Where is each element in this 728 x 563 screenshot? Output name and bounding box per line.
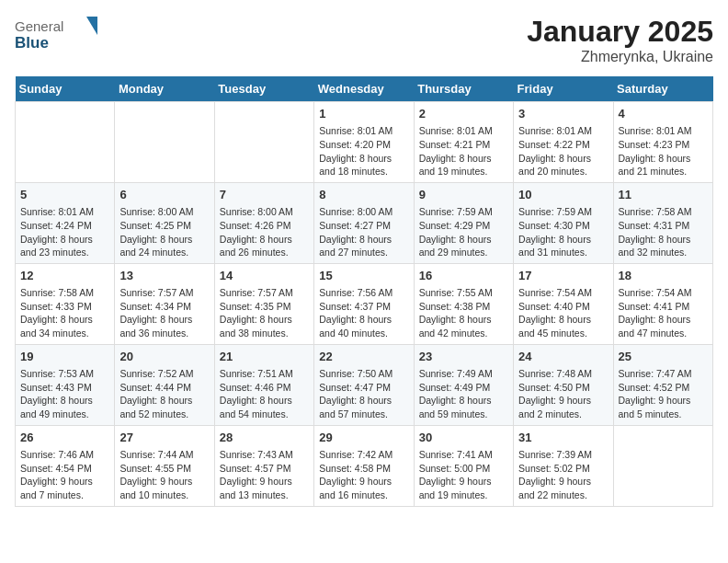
day-number: 10 — [518, 187, 608, 203]
day-number: 31 — [518, 430, 608, 446]
weekday-header-thursday: Thursday — [414, 76, 513, 102]
day-info: Sunrise: 7:50 AM Sunset: 4:47 PM Dayligh… — [319, 367, 408, 421]
day-number: 30 — [419, 430, 508, 446]
calendar-day-cell: 20Sunrise: 7:52 AM Sunset: 4:44 PM Dayli… — [115, 344, 214, 425]
day-number: 26 — [20, 430, 109, 446]
calendar-day-cell: 16Sunrise: 7:55 AM Sunset: 4:38 PM Dayli… — [414, 263, 513, 344]
day-info: Sunrise: 7:54 AM Sunset: 4:40 PM Dayligh… — [518, 286, 608, 340]
day-number: 21 — [220, 349, 309, 365]
day-number: 15 — [319, 268, 408, 284]
calendar-day-cell: 18Sunrise: 7:54 AM Sunset: 4:41 PM Dayli… — [613, 263, 712, 344]
calendar-day-cell: 27Sunrise: 7:44 AM Sunset: 4:55 PM Dayli… — [115, 425, 214, 506]
day-number: 28 — [220, 430, 309, 446]
day-number: 13 — [119, 268, 209, 284]
calendar-week-row: 12Sunrise: 7:58 AM Sunset: 4:33 PM Dayli… — [16, 263, 713, 344]
calendar-day-cell: 2Sunrise: 8:01 AM Sunset: 4:21 PM Daylig… — [414, 102, 513, 183]
day-number: 29 — [319, 430, 408, 446]
weekday-header-friday: Friday — [514, 76, 613, 102]
calendar-day-cell: 30Sunrise: 7:41 AM Sunset: 5:00 PM Dayli… — [414, 425, 513, 506]
weekday-header-tuesday: Tuesday — [214, 76, 313, 102]
calendar-day-cell: 4Sunrise: 8:01 AM Sunset: 4:23 PM Daylig… — [613, 102, 712, 183]
day-number: 6 — [119, 187, 209, 203]
page-header: General Blue January 2025 Zhmerynka, Ukr… — [15, 15, 713, 65]
title-block: January 2025 Zhmerynka, Ukraine — [527, 15, 713, 65]
day-number: 24 — [518, 349, 608, 365]
day-number: 25 — [619, 349, 708, 365]
calendar-empty-cell — [613, 425, 712, 506]
day-info: Sunrise: 7:58 AM Sunset: 4:31 PM Dayligh… — [619, 205, 708, 259]
calendar-day-cell: 31Sunrise: 7:39 AM Sunset: 5:02 PM Dayli… — [514, 425, 613, 506]
day-info: Sunrise: 7:46 AM Sunset: 4:54 PM Dayligh… — [20, 448, 109, 502]
logo: General Blue — [15, 15, 97, 53]
day-info: Sunrise: 7:47 AM Sunset: 4:52 PM Dayligh… — [619, 367, 708, 421]
page-subtitle: Zhmerynka, Ukraine — [527, 49, 713, 65]
weekday-header-saturday: Saturday — [613, 76, 712, 102]
day-number: 12 — [20, 268, 109, 284]
day-info: Sunrise: 7:42 AM Sunset: 4:58 PM Dayligh… — [319, 448, 408, 502]
calendar-day-cell: 26Sunrise: 7:46 AM Sunset: 4:54 PM Dayli… — [16, 425, 115, 506]
day-info: Sunrise: 7:57 AM Sunset: 4:35 PM Dayligh… — [220, 286, 309, 340]
day-info: Sunrise: 7:57 AM Sunset: 4:34 PM Dayligh… — [119, 286, 209, 340]
day-number: 9 — [419, 187, 508, 203]
day-info: Sunrise: 8:01 AM Sunset: 4:21 PM Dayligh… — [419, 124, 508, 178]
weekday-header-sunday: Sunday — [16, 76, 115, 102]
weekday-header-row: SundayMondayTuesdayWednesdayThursdayFrid… — [16, 76, 713, 102]
day-info: Sunrise: 8:01 AM Sunset: 4:22 PM Dayligh… — [518, 124, 608, 178]
svg-text:Blue: Blue — [15, 34, 49, 52]
calendar-day-cell: 12Sunrise: 7:58 AM Sunset: 4:33 PM Dayli… — [16, 263, 115, 344]
day-info: Sunrise: 7:49 AM Sunset: 4:49 PM Dayligh… — [419, 367, 508, 421]
day-info: Sunrise: 8:01 AM Sunset: 4:23 PM Dayligh… — [619, 124, 708, 178]
day-info: Sunrise: 8:00 AM Sunset: 4:25 PM Dayligh… — [119, 205, 209, 259]
calendar-empty-cell — [214, 102, 313, 183]
calendar-week-row: 5Sunrise: 8:01 AM Sunset: 4:24 PM Daylig… — [16, 182, 713, 263]
svg-marker-2 — [86, 17, 97, 35]
calendar-empty-cell — [16, 102, 115, 183]
day-number: 5 — [20, 187, 109, 203]
day-number: 17 — [518, 268, 608, 284]
day-number: 2 — [419, 106, 508, 122]
svg-text:General: General — [15, 18, 63, 34]
day-number: 14 — [220, 268, 309, 284]
calendar-day-cell: 21Sunrise: 7:51 AM Sunset: 4:46 PM Dayli… — [214, 344, 313, 425]
day-info: Sunrise: 7:53 AM Sunset: 4:43 PM Dayligh… — [20, 367, 109, 421]
calendar-day-cell: 15Sunrise: 7:56 AM Sunset: 4:37 PM Dayli… — [314, 263, 414, 344]
day-info: Sunrise: 7:59 AM Sunset: 4:30 PM Dayligh… — [518, 205, 608, 259]
calendar-day-cell: 9Sunrise: 7:59 AM Sunset: 4:29 PM Daylig… — [414, 182, 513, 263]
calendar-day-cell: 11Sunrise: 7:58 AM Sunset: 4:31 PM Dayli… — [613, 182, 712, 263]
day-info: Sunrise: 7:54 AM Sunset: 4:41 PM Dayligh… — [619, 286, 708, 340]
calendar-week-row: 26Sunrise: 7:46 AM Sunset: 4:54 PM Dayli… — [16, 425, 713, 506]
day-number: 22 — [319, 349, 408, 365]
calendar-day-cell: 25Sunrise: 7:47 AM Sunset: 4:52 PM Dayli… — [613, 344, 712, 425]
calendar-empty-cell — [115, 102, 214, 183]
calendar-day-cell: 17Sunrise: 7:54 AM Sunset: 4:40 PM Dayli… — [514, 263, 613, 344]
day-number: 8 — [319, 187, 408, 203]
calendar-week-row: 19Sunrise: 7:53 AM Sunset: 4:43 PM Dayli… — [16, 344, 713, 425]
calendar-day-cell: 24Sunrise: 7:48 AM Sunset: 4:50 PM Dayli… — [514, 344, 613, 425]
calendar-day-cell: 29Sunrise: 7:42 AM Sunset: 4:58 PM Dayli… — [314, 425, 414, 506]
day-number: 16 — [419, 268, 508, 284]
calendar-day-cell: 13Sunrise: 7:57 AM Sunset: 4:34 PM Dayli… — [115, 263, 214, 344]
calendar-day-cell: 19Sunrise: 7:53 AM Sunset: 4:43 PM Dayli… — [16, 344, 115, 425]
calendar-week-row: 1Sunrise: 8:01 AM Sunset: 4:20 PM Daylig… — [16, 102, 713, 183]
day-number: 1 — [319, 106, 408, 122]
day-number: 3 — [518, 106, 608, 122]
day-number: 4 — [619, 106, 708, 122]
day-info: Sunrise: 7:52 AM Sunset: 4:44 PM Dayligh… — [119, 367, 209, 421]
calendar-day-cell: 6Sunrise: 8:00 AM Sunset: 4:25 PM Daylig… — [115, 182, 214, 263]
day-info: Sunrise: 7:55 AM Sunset: 4:38 PM Dayligh… — [419, 286, 508, 340]
day-number: 7 — [220, 187, 309, 203]
day-number: 20 — [119, 349, 209, 365]
weekday-header-monday: Monday — [115, 76, 214, 102]
logo-svg: General Blue — [15, 15, 97, 53]
calendar-day-cell: 22Sunrise: 7:50 AM Sunset: 4:47 PM Dayli… — [314, 344, 414, 425]
day-info: Sunrise: 8:01 AM Sunset: 4:24 PM Dayligh… — [20, 205, 109, 259]
calendar-day-cell: 23Sunrise: 7:49 AM Sunset: 4:49 PM Dayli… — [414, 344, 513, 425]
day-info: Sunrise: 7:48 AM Sunset: 4:50 PM Dayligh… — [518, 367, 608, 421]
day-number: 27 — [119, 430, 209, 446]
calendar-day-cell: 28Sunrise: 7:43 AM Sunset: 4:57 PM Dayli… — [214, 425, 313, 506]
calendar-day-cell: 14Sunrise: 7:57 AM Sunset: 4:35 PM Dayli… — [214, 263, 313, 344]
day-info: Sunrise: 7:59 AM Sunset: 4:29 PM Dayligh… — [419, 205, 508, 259]
calendar-day-cell: 8Sunrise: 8:00 AM Sunset: 4:27 PM Daylig… — [314, 182, 414, 263]
day-number: 19 — [20, 349, 109, 365]
calendar-table: SundayMondayTuesdayWednesdayThursdayFrid… — [15, 76, 713, 507]
